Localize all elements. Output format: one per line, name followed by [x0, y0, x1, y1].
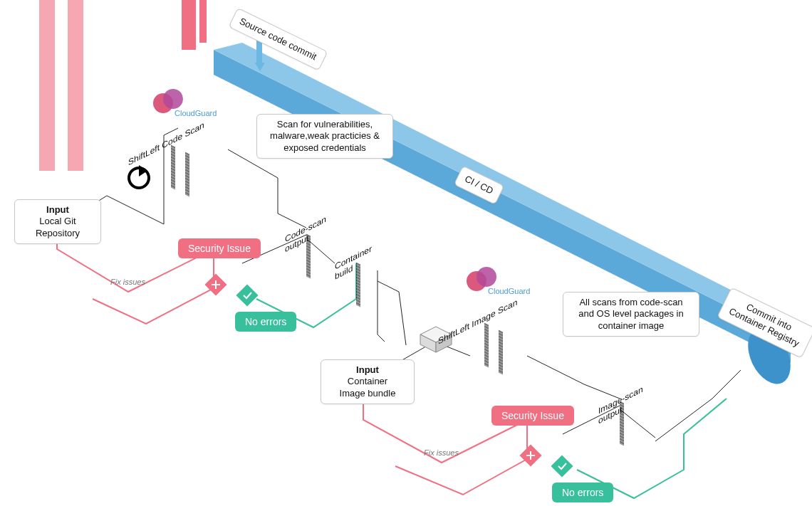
- input-local-git: Input Local Git Repository: [14, 199, 101, 244]
- input2-title: Input: [328, 364, 407, 376]
- input-container-image: Input Container Image bundle: [321, 359, 415, 404]
- svg-rect-14: [551, 455, 573, 477]
- no-errors-1: No errors: [235, 312, 296, 332]
- imagescan-desc-text: All scans from code-scan and OS level pa…: [578, 297, 683, 331]
- cloudguard-logo: CloudGuard: [467, 267, 502, 295]
- imagescan-desc: All scans from code-scan and OS level pa…: [563, 292, 699, 337]
- input2-body: Container Image bundle: [328, 376, 407, 399]
- bar-shadow: [620, 401, 624, 446]
- fix-issues-2: Fix issues: [424, 448, 459, 457]
- svg-rect-12: [236, 284, 258, 306]
- diagram-root: { "pipeline": { "source_commit": "Source…: [0, 0, 812, 506]
- flow-lines: [0, 0, 812, 506]
- bar-shadow: [306, 234, 311, 279]
- cloudguard-text: CloudGuard: [175, 109, 217, 117]
- svg-marker-10: [139, 165, 147, 176]
- svg-rect-3: [39, 0, 55, 171]
- cloudguard-text: CloudGuard: [488, 287, 530, 295]
- bar-shadow: [356, 263, 360, 307]
- svg-rect-5: [182, 0, 196, 50]
- input1-title: Input: [22, 204, 93, 216]
- fix-issues-1: Fix issues: [110, 278, 145, 286]
- svg-marker-0: [214, 50, 791, 363]
- no-errors-2: No errors: [552, 483, 613, 502]
- codescan-desc-text: Scan for vulnerabilities, malware,weak p…: [270, 119, 380, 153]
- cloudguard-logo: CloudGuard: [153, 89, 189, 117]
- input1-body: Local Git Repository: [22, 216, 93, 239]
- bar-shadow: [499, 330, 503, 375]
- bar-shadow: [171, 145, 175, 190]
- bar-shadow: [484, 323, 489, 368]
- svg-rect-6: [199, 0, 207, 43]
- codescan-desc: Scan for vulnerabilities, malware,weak p…: [256, 114, 393, 159]
- svg-rect-4: [68, 0, 83, 171]
- security-issue-1: Security Issue: [178, 238, 261, 258]
- bar-shadow: [185, 152, 189, 197]
- security-issue-2: Security Issue: [491, 406, 574, 426]
